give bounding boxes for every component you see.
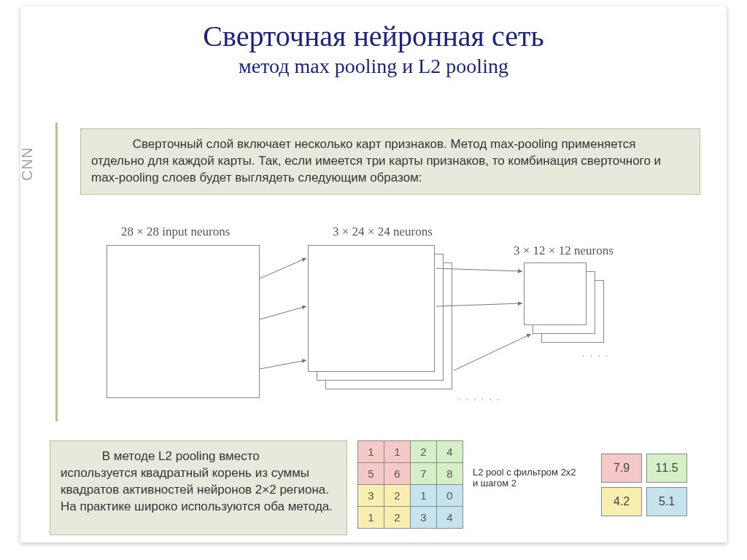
svg-line-1 xyxy=(260,306,306,319)
l2-caption: L2 pool c фильтром 2x2 и шагом 2 xyxy=(473,467,582,489)
grid-cell: 2 xyxy=(411,441,437,463)
grid-cell: 1 xyxy=(358,441,384,463)
grid-cell: 3 xyxy=(358,485,384,507)
grid-cell: 2 xyxy=(384,485,411,507)
grid-cell: 1 xyxy=(358,507,384,529)
grid-cell: 11.5 xyxy=(646,454,687,483)
sidebar-label: CNN xyxy=(19,147,36,181)
dots: . . . . xyxy=(582,349,609,359)
diagram-input-box xyxy=(107,245,260,398)
l2-output-grid: 7.9 11.5 4.2 5.1 xyxy=(597,449,692,521)
grid-cell: 2 xyxy=(384,507,411,529)
paragraph-top: Сверточный слой включает несколько карт … xyxy=(80,128,700,195)
grid-cell: 7 xyxy=(411,463,437,485)
grid-cell: 1 xyxy=(384,441,411,463)
cnn-diagram: 28 × 28 input neurons 3 × 24 × 24 neuron… xyxy=(93,225,692,429)
diagram-label-input: 28 × 28 input neurons xyxy=(121,225,230,239)
grid-cell: 5 xyxy=(358,463,384,485)
slide-subtitle: метод max pooling и L2 pooling xyxy=(50,55,697,78)
slide-title-block: Сверточная нейронная сеть метод max pool… xyxy=(20,6,727,88)
slide: Сверточная нейронная сеть метод max pool… xyxy=(20,6,727,542)
diagram-label-features: 3 × 24 × 24 neurons xyxy=(333,225,433,239)
grid-cell: 0 xyxy=(437,485,463,507)
grid-cell: 5.1 xyxy=(646,487,687,516)
diagram-label-pooled: 3 × 12 × 12 neurons xyxy=(514,244,614,258)
grid-cell: 3 xyxy=(411,507,437,529)
grid-cell: 4 xyxy=(437,507,463,529)
grid-cell: 4.2 xyxy=(601,487,642,516)
l2-input-grid: 1 1 2 4 5 6 7 8 3 2 1 0 1 2 3 4 xyxy=(357,440,463,529)
grid-cell: 4 xyxy=(437,441,463,463)
sidebar-divider xyxy=(55,122,58,421)
grid-cell: 8 xyxy=(437,463,463,485)
dots: . . . . . . xyxy=(458,392,501,402)
diagram-feature-map xyxy=(308,245,435,372)
diagram-pooled-map xyxy=(524,262,587,325)
grid-cell: 6 xyxy=(384,463,411,485)
grid-cell: 7.9 xyxy=(601,454,642,483)
paragraph-bottom: В методе L2 pooling вместо используется … xyxy=(50,440,347,535)
svg-line-0 xyxy=(260,258,306,279)
slide-title: Сверточная нейронная сеть xyxy=(50,19,697,53)
svg-line-5 xyxy=(454,334,531,370)
grid-cell: 1 xyxy=(411,485,437,507)
svg-line-2 xyxy=(260,360,306,369)
